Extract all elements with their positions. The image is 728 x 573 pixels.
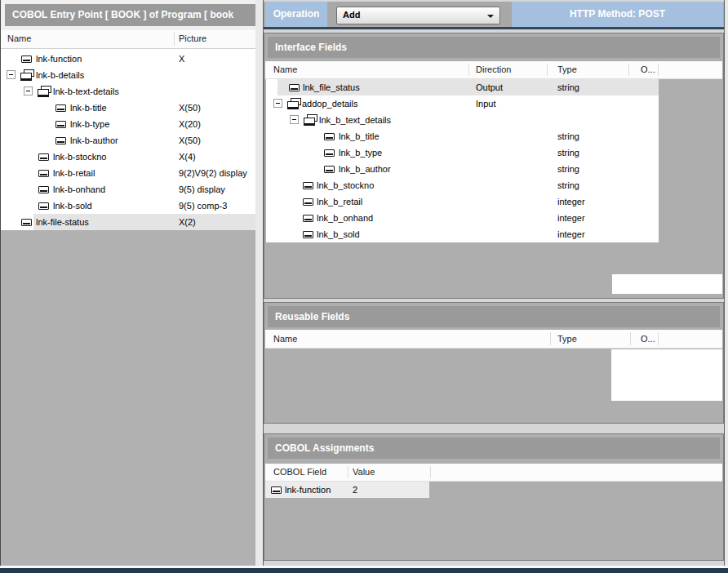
tree-row[interactable]: lnk-b-stockno X(4): [1, 149, 255, 165]
right-region-right-line: [724, 0, 725, 566]
tree-item-label: lnk-file-status: [36, 214, 89, 230]
tree-row[interactable]: lnk-b-type X(20): [1, 116, 255, 132]
field-direction: Output: [476, 79, 503, 96]
tree-row[interactable]: lnk-b-retail 9(2)V9(2) display: [1, 165, 255, 181]
column-name: Name: [7, 33, 31, 43]
operation-label-block: Operation: [265, 2, 327, 27]
collapse-toggle-icon[interactable]: [290, 115, 299, 124]
column-value: Value: [353, 467, 375, 477]
cobol-item-icon: [289, 84, 300, 91]
column-divider: [547, 64, 548, 76]
picture-value: X(4): [179, 149, 196, 165]
cobol-item-icon: [55, 137, 66, 144]
table-row[interactable]: lnk_b_retail integer: [266, 193, 659, 210]
field-name: lnk_b_type: [339, 144, 382, 161]
cobol-assignments-panel: COBOL Assignments COBOL Field Value lnk-…: [264, 433, 724, 561]
tree-item-label: lnk-function: [36, 51, 82, 67]
picture-value: X(50): [179, 132, 201, 149]
cobol-entry-point-panel: COBOL Entry Point [ BOOK ] of Program [ …: [1, 0, 255, 566]
tree-row[interactable]: lnk-function X: [1, 51, 255, 67]
toolbar-separator: [263, 27, 725, 29]
column-divider: [174, 33, 175, 46]
left-panel-empty-area: [1, 230, 255, 566]
field-name: lnk_b_title: [339, 128, 380, 144]
window-bottom-bar: [0, 568, 728, 573]
field-name: lnk_b_onhand: [317, 210, 373, 226]
tree-item-label: lnk-b-sold: [53, 198, 92, 214]
tree-row-selected[interactable]: lnk-file-status X(2): [1, 214, 255, 230]
tree-row[interactable]: lnk-b-title X(50): [1, 100, 255, 116]
interface-fields-corner-box: [612, 274, 722, 294]
table-row[interactable]: lnk_b_text_details: [266, 112, 659, 128]
chevron-down-icon: [487, 15, 494, 18]
column-direction: Direction: [476, 64, 511, 74]
picture-value: 9(2)V9(2) display: [179, 165, 247, 181]
picture-value: 9(5) comp-3: [179, 198, 227, 214]
column-cobol-field: COBOL Field: [273, 467, 326, 477]
reusable-fields-corner-box: [611, 349, 722, 401]
field-type: string: [557, 144, 579, 161]
table-row[interactable]: lnk_b_type string: [266, 144, 659, 161]
assignment-row[interactable]: lnk-function 2: [265, 482, 429, 498]
field-type: integer: [557, 193, 585, 210]
collapse-toggle-icon[interactable]: [24, 87, 33, 96]
left-column-header: Name Picture: [1, 30, 255, 49]
interface-fields-header: Name Direction Type O...: [265, 61, 722, 79]
picture-value: X(2): [179, 214, 196, 230]
picture-value: X(20): [179, 116, 201, 132]
cobol-item-icon: [271, 486, 282, 494]
tree-item-label: lnk-b-author: [70, 132, 118, 149]
operation-select[interactable]: Add: [336, 7, 500, 24]
column-occurs: O...: [641, 334, 655, 344]
field-name: lnk_file_status: [303, 79, 360, 96]
cobol-item-icon: [324, 149, 335, 157]
column-divider: [348, 466, 348, 478]
tree-row[interactable]: lnk-b-sold 9(5) comp-3: [1, 198, 255, 214]
tree-item-label: lnk-b-stockno: [53, 149, 106, 165]
field-name: lnk_b_retail: [317, 193, 362, 210]
tree-item-label: lnk-b-title: [70, 100, 107, 116]
table-row[interactable]: lnk_b_onhand integer: [266, 210, 659, 226]
cobol-assignments-title: COBOL Assignments: [268, 438, 720, 459]
tree-item-label: lnk-b-details: [36, 67, 84, 83]
field-name: lnk_b_author: [339, 161, 391, 177]
picture-value: 9(5) display: [179, 181, 225, 198]
field-type: integer: [557, 210, 585, 226]
table-row[interactable]: lnk_b_stockno string: [266, 177, 659, 193]
table-row[interactable]: lnk_b_title string: [266, 128, 659, 144]
tree-row[interactable]: lnk-b-author X(50): [1, 132, 255, 149]
cobol-item-icon: [38, 186, 49, 193]
cobol-item-icon: [303, 182, 313, 189]
table-row-selected[interactable]: lnk_file_status Output string: [266, 79, 659, 96]
cobol-assignments-header: COBOL Field Value: [265, 464, 722, 482]
cobol-item-icon: [324, 133, 335, 140]
tree-row[interactable]: lnk-b-details: [1, 67, 255, 83]
collapse-toggle-icon[interactable]: [7, 70, 16, 79]
cobol-tree: lnk-function X lnk-b-details lnk-b-text-…: [1, 49, 255, 230]
cobol-item-icon: [324, 166, 335, 173]
assignment-value: 2: [353, 482, 357, 498]
table-row[interactable]: addop_details Input: [266, 96, 659, 112]
column-divider: [658, 64, 659, 76]
reusable-fields-panel: Reusable Fields Name Type O...: [264, 302, 724, 424]
column-divider: [550, 332, 551, 345]
interface-fields-panel: Interface Fields Name Direction Type O..…: [264, 33, 724, 299]
cobol-item-icon: [303, 231, 313, 238]
collapse-toggle-icon[interactable]: [273, 99, 282, 108]
table-row[interactable]: lnk_b_author string: [266, 161, 659, 177]
tree-row[interactable]: lnk-b-onhand 9(5) display: [1, 181, 255, 198]
tree-row[interactable]: lnk-b-text-details: [1, 83, 255, 100]
reusable-fields-header: Name Type O...: [265, 330, 722, 349]
field-type: integer: [557, 226, 585, 242]
left-panel-title: COBOL Entry Point [ BOOK ] of Program [ …: [5, 4, 255, 26]
interface-fields-table: lnk_file_status Output string addop_deta…: [266, 79, 659, 242]
app: { "left_panel": { "title": "COBOL Entry …: [0, 0, 728, 573]
field-type: string: [557, 161, 579, 177]
field-name: addop_details: [302, 96, 358, 112]
operation-toolbar: Operation Add HTTP Method: POST: [263, 2, 725, 27]
cobol-group-icon: [287, 98, 300, 109]
table-row[interactable]: lnk_b_sold integer: [266, 226, 659, 242]
field-name: lnk_b_text_details: [319, 112, 391, 128]
operation-selected-value: Add: [343, 10, 360, 20]
column-type: Type: [557, 64, 577, 74]
